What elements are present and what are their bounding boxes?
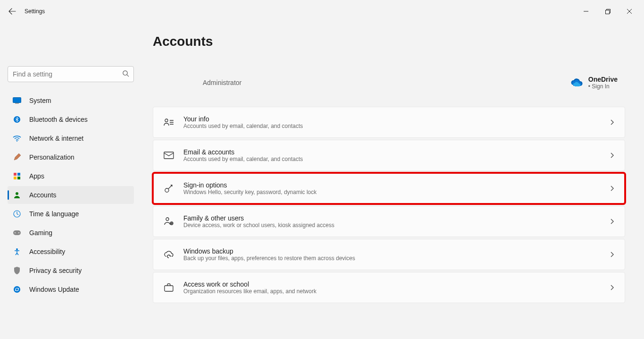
card-subtitle: Accounts used by email, calendar, and co… (183, 156, 303, 162)
bluetooth-icon (12, 115, 22, 124)
account-role: Administrator (203, 79, 241, 86)
nav-item-network[interactable]: Network & internet (8, 129, 134, 147)
maximize-icon (605, 9, 611, 14)
card-email-accounts[interactable]: Email & accountsAccounts used by email, … (153, 140, 625, 171)
svg-rect-12 (13, 230, 21, 235)
chevron-right-icon (611, 119, 614, 125)
nav-label: System (29, 97, 51, 104)
svg-rect-2 (13, 98, 21, 103)
card-title: Windows backup (183, 247, 355, 255)
minimize-icon (584, 9, 588, 14)
globe-clock-icon (12, 209, 22, 219)
back-button[interactable] (4, 3, 21, 20)
nav: System Bluetooth & devices Network & int… (8, 92, 134, 298)
svg-rect-7 (17, 173, 20, 176)
card-subtitle: Windows Hello, security key, password, d… (183, 189, 317, 195)
search-icon (122, 70, 129, 77)
window-title: Settings (25, 8, 45, 15)
svg-point-5 (17, 141, 17, 142)
card-subtitle: Device access, work or school users, kio… (183, 222, 334, 229)
main-content: Accounts Administrator OneDrive Sign In … (141, 23, 644, 339)
svg-point-1 (123, 71, 127, 75)
svg-point-20 (166, 218, 169, 220)
svg-rect-9 (17, 177, 20, 179)
card-work-school[interactable]: Access work or schoolOrganization resour… (153, 272, 625, 303)
nav-item-personalization[interactable]: Personalization (8, 148, 134, 166)
family-icon (164, 216, 174, 227)
nav-label: Time & language (29, 210, 79, 218)
card-subtitle: Organization resources like email, apps,… (183, 288, 316, 295)
system-icon (12, 96, 22, 105)
card-title: Your info (183, 115, 303, 123)
nav-item-bluetooth[interactable]: Bluetooth & devices (8, 110, 134, 128)
onedrive-icon (570, 78, 583, 87)
svg-point-14 (18, 232, 19, 233)
svg-rect-8 (14, 177, 17, 179)
svg-point-19 (165, 188, 169, 192)
svg-rect-0 (605, 10, 609, 14)
card-title: Access work or school (183, 280, 316, 288)
onedrive-tile[interactable]: OneDrive Sign In (570, 76, 618, 90)
svg-point-13 (15, 232, 16, 233)
nav-label: Bluetooth & devices (29, 116, 88, 123)
nav-item-accessibility[interactable]: Accessibility (8, 243, 134, 261)
nav-label: Gaming (29, 229, 52, 237)
card-sign-in-options[interactable]: Sign-in optionsWindows Hello, security k… (153, 173, 625, 204)
gamepad-icon (12, 228, 22, 237)
shield-icon (12, 266, 22, 275)
update-icon (12, 285, 22, 294)
chevron-right-icon (611, 285, 614, 290)
nav-label: Accounts (29, 191, 57, 199)
svg-point-16 (14, 286, 20, 293)
card-title: Email & accounts (183, 148, 303, 156)
card-family-users[interactable]: Family & other usersDevice access, work … (153, 206, 625, 237)
nav-label: Privacy & security (29, 267, 82, 274)
accessibility-icon (12, 247, 22, 256)
card-windows-backup[interactable]: Windows backupBack up your files, apps, … (153, 239, 625, 270)
titlebar: Settings (0, 0, 644, 23)
page-title: Accounts (153, 34, 625, 49)
nav-item-system[interactable]: System (8, 92, 134, 110)
nav-item-privacy[interactable]: Privacy & security (8, 262, 134, 280)
wifi-icon (12, 134, 22, 143)
search-input[interactable] (8, 66, 134, 82)
card-subtitle: Accounts used by email, calendar, and co… (183, 123, 303, 129)
nav-item-accounts[interactable]: Accounts (8, 186, 134, 204)
card-subtitle: Back up your files, apps, preferences to… (183, 255, 355, 262)
chevron-right-icon (611, 219, 614, 224)
settings-cards: Your infoAccounts used by email, calenda… (153, 107, 625, 303)
chevron-right-icon (611, 186, 614, 191)
svg-rect-22 (165, 286, 173, 291)
chevron-right-icon (611, 153, 614, 158)
mail-icon (164, 150, 174, 161)
minimize-button[interactable] (575, 4, 597, 19)
person-icon (12, 190, 22, 200)
close-icon (627, 9, 632, 14)
nav-item-time[interactable]: Time & language (8, 205, 134, 223)
nav-item-update[interactable]: Windows Update (8, 280, 134, 298)
onedrive-title: OneDrive (588, 76, 618, 83)
key-icon (164, 183, 174, 194)
nav-item-apps[interactable]: Apps (8, 167, 134, 185)
card-title: Family & other users (183, 214, 334, 222)
card-title: Sign-in options (183, 181, 317, 189)
window-controls (575, 4, 640, 19)
nav-item-gaming[interactable]: Gaming (8, 224, 134, 242)
backup-icon (164, 249, 174, 260)
svg-rect-3 (15, 103, 19, 104)
sidebar: System Bluetooth & devices Network & int… (0, 23, 141, 339)
chevron-right-icon (611, 252, 614, 257)
card-your-info[interactable]: Your infoAccounts used by email, calenda… (153, 107, 625, 138)
svg-point-10 (16, 192, 18, 195)
svg-rect-18 (164, 152, 173, 159)
arrow-left-icon (8, 8, 16, 15)
nav-label: Network & internet (29, 135, 83, 142)
apps-icon (12, 171, 22, 181)
svg-point-17 (165, 119, 168, 122)
nav-label: Accessibility (29, 248, 65, 255)
brush-icon (12, 153, 22, 162)
maximize-button[interactable] (597, 4, 619, 19)
your-info-icon (164, 117, 174, 127)
close-button[interactable] (619, 4, 640, 19)
nav-label: Personalization (29, 153, 74, 161)
